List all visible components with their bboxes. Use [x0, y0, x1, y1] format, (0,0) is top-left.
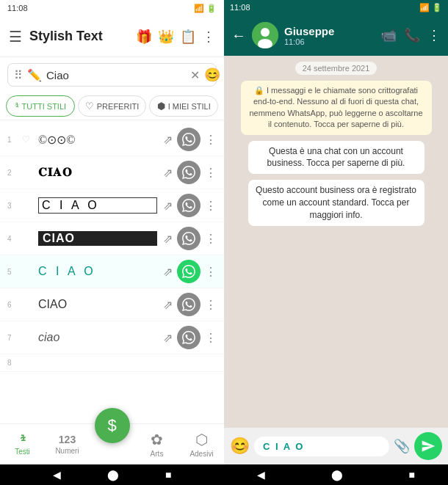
tab-miei-stili[interactable]: ⬢ I MIEI STILI — [149, 95, 218, 117]
nav-label-testi: Testi — [15, 448, 30, 456]
whatsapp-button[interactable] — [177, 260, 200, 283]
tab-preferiti[interactable]: ♡ PREFERITI — [78, 95, 147, 117]
style-text[interactable]: C I A O — [38, 197, 157, 214]
item-number: 4 — [7, 235, 16, 243]
share-icon[interactable]: ⇗ — [163, 298, 173, 312]
fab-button[interactable]: $ — [95, 408, 130, 443]
message-input-area[interactable]: C I A O — [254, 437, 389, 456]
whatsapp-button[interactable] — [177, 128, 200, 151]
whatsapp-button[interactable] — [177, 161, 200, 184]
nav-back-right[interactable]: ◀ — [257, 469, 265, 481]
tab-tutti-stili[interactable]: ꭞ TUTTI STILI — [6, 95, 75, 117]
call-icon[interactable]: 📞 — [404, 27, 420, 43]
more-vert-icon[interactable]: ⋮ — [202, 29, 215, 45]
share-icon[interactable]: ⇗ — [163, 166, 173, 180]
pen-icon: ✏️ — [27, 68, 42, 82]
style-text[interactable]: CIAO — [38, 298, 157, 311]
favorite-icon[interactable]: ♡ — [22, 134, 32, 145]
item-number: 7 — [7, 334, 16, 342]
style-text[interactable]: ciao — [38, 331, 157, 344]
nav-icon-testi: ꭞ — [20, 433, 26, 446]
tab-label-preferiti: PREFERITI — [97, 102, 139, 111]
copy-icon[interactable]: 📋 — [180, 29, 196, 45]
video-call-icon[interactable]: 📹 — [380, 27, 397, 43]
more-icon[interactable]: ⋮ — [205, 133, 217, 147]
status-bar-right: 11:08 📶 🔋 — [224, 0, 448, 15]
nav-recents[interactable]: ■ — [165, 469, 171, 481]
share-icon[interactable]: ⇗ — [163, 331, 173, 345]
system-message-encryption[interactable]: 🔒 I messaggi e le chiamate sono crittogr… — [241, 81, 432, 135]
avatar[interactable] — [252, 22, 278, 48]
time-left: 11:08 — [7, 4, 28, 12]
svg-point-1 — [261, 28, 270, 37]
contact-time: 11:06 — [284, 37, 375, 46]
item-actions: ⇗ ⋮ — [163, 227, 217, 250]
nav-adesivi[interactable]: ⬡ Adesivi — [179, 431, 224, 458]
tab-icon-tutti: ꭞ — [15, 101, 19, 112]
nav-home-right[interactable]: ⬤ — [331, 469, 343, 481]
share-icon[interactable]: ⇗ — [163, 133, 173, 147]
nav-label-adesivi: Adesivi — [189, 450, 213, 458]
whatsapp-button[interactable] — [177, 194, 200, 217]
item-actions: ⇗ ⋮ — [163, 128, 217, 151]
style-text[interactable]: 𝐂𝐈𝐀𝐎 — [38, 166, 157, 179]
crown-icon[interactable]: 👑 — [158, 29, 174, 45]
header-actions: 📹 📞 ⋮ — [380, 27, 441, 43]
item-actions: ⇗ ⋮ — [163, 326, 217, 349]
encryption-text: 🔒 I messaggi e le chiamate sono crittogr… — [249, 86, 422, 128]
tabs-row: ꭞ TUTTI STILI ♡ PREFERITI ⬢ I MIEI STILI — [0, 92, 224, 120]
more-icon[interactable]: ⋮ — [205, 298, 217, 312]
clear-icon[interactable]: ✕ — [190, 68, 200, 82]
attach-icon[interactable]: 📎 — [394, 438, 410, 454]
contact-info: Giuseppe 11:06 — [284, 25, 375, 46]
more-options-icon[interactable]: ⋮ — [427, 27, 441, 43]
more-icon[interactable]: ⋮ — [205, 232, 217, 246]
share-icon[interactable]: ⇗ — [163, 232, 173, 246]
nav-icon-numeri: 123 — [59, 434, 76, 445]
style-text[interactable]: C I A O — [38, 265, 157, 278]
more-icon[interactable]: ⋮ — [205, 331, 217, 345]
share-icon[interactable]: ⇗ — [163, 265, 173, 279]
emoji-icon[interactable]: 😊 — [204, 67, 220, 83]
right-panel: 11:08 📶 🔋 ← Giuseppe 11:06 📹 📞 ⋮ 24 sett… — [224, 0, 448, 485]
nav-recents-right[interactable]: ■ — [409, 469, 415, 481]
style-text[interactable]: ©⊙⊙© — [38, 133, 157, 147]
whatsapp-button[interactable] — [177, 227, 200, 250]
list-item: 1 ♡ ©⊙⊙© ⇗ ⋮ — [0, 123, 224, 156]
nav-testi[interactable]: ꭞ Testi — [0, 433, 45, 456]
nav-back[interactable]: ◀ — [53, 469, 61, 481]
whatsapp-button[interactable] — [177, 293, 200, 316]
list-item: 6 CIAO ⇗ ⋮ — [0, 288, 224, 321]
item-number: 1 — [7, 136, 16, 144]
standard-account-msg[interactable]: Questo account business ora è registrato… — [248, 180, 424, 225]
more-icon[interactable]: ⋮ — [205, 166, 217, 180]
hamburger-icon[interactable]: ☰ — [9, 28, 22, 45]
list-item: 4 CIAO ⇗ ⋮ — [0, 222, 224, 255]
business-text: Questa è una chat con un account busines… — [267, 146, 405, 169]
tab-label-tutti: TUTTI STILI — [22, 102, 67, 111]
item-actions: ⇗ ⋮ — [163, 194, 217, 217]
share-icon[interactable]: ⇗ — [163, 199, 173, 213]
style-text[interactable]: CIAO — [38, 231, 157, 246]
nav-arts-label[interactable]: ✿ Arts — [134, 431, 179, 458]
business-account-msg[interactable]: Questa è una chat con un account busines… — [248, 141, 424, 175]
whatsapp-button[interactable] — [177, 326, 200, 349]
list-item: 2 𝐂𝐈𝐀𝐎 ⇗ ⋮ — [0, 156, 224, 189]
emoji-button[interactable]: 😊 — [230, 437, 250, 456]
styles-list: 1 ♡ ©⊙⊙© ⇗ ⋮ 2 𝐂𝐈𝐀𝐎 ⇗ ⋮ — [0, 120, 224, 423]
gift-icon[interactable]: 🎁 — [136, 29, 152, 45]
item-actions: ⇗ ⋮ — [163, 161, 217, 184]
send-button[interactable] — [414, 432, 442, 460]
status-bar-left: 11:08 📶 🔋 — [0, 0, 224, 16]
chat-area: 24 settembre 2021 🔒 I messaggi e le chia… — [224, 56, 448, 428]
list-item: 8 — [0, 354, 224, 372]
nav-label-arts: Arts — [151, 450, 164, 458]
chat-input-bar: 😊 C I A O 📎 — [224, 428, 448, 464]
nav-home[interactable]: ⬤ — [107, 469, 119, 481]
more-icon[interactable]: ⋮ — [205, 199, 217, 213]
nav-numeri[interactable]: 123 Numeri — [45, 434, 90, 455]
more-icon[interactable]: ⋮ — [205, 265, 217, 279]
contact-name[interactable]: Giuseppe — [284, 25, 375, 37]
back-icon[interactable]: ← — [231, 27, 246, 44]
search-input[interactable] — [46, 69, 186, 81]
